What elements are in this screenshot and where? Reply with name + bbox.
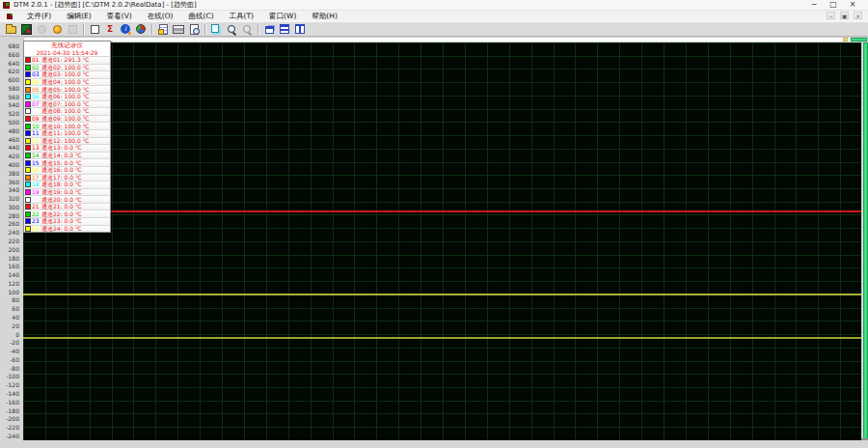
menu-item-file[interactable]: 文件(F): [19, 11, 59, 21]
y-tick-label: 460: [0, 137, 19, 143]
menu-item-help[interactable]: 帮助(H): [304, 11, 345, 21]
channel-number: 23: [32, 218, 41, 224]
menu-item-edit[interactable]: 编辑(E): [59, 11, 99, 21]
toolbar-button-zoom-out: [239, 22, 255, 36]
legend-row[interactable]: 19通道19: 0.0 ℃: [24, 188, 110, 196]
legend-row[interactable]: 13通道13: 0.0 ℃: [24, 144, 110, 152]
toolbar-button-print-preview[interactable]: [186, 22, 202, 36]
channel-number: 22: [32, 211, 41, 217]
y-tick-label: -20: [0, 340, 19, 346]
open-folder-icon: [6, 26, 16, 34]
channel-text: 通道13: 0.0 ℃: [41, 145, 82, 151]
legend-row[interactable]: 10通道10: 100.0 ℃: [24, 122, 110, 129]
toolbar-button-open-folder[interactable]: [3, 22, 18, 36]
y-tick-label: 60: [0, 306, 19, 312]
y-tick-label: 680: [0, 43, 19, 49]
toolbar-button-printer[interactable]: [171, 22, 186, 36]
channel-color-swatch: [25, 87, 31, 93]
legend-row[interactable]: 22通道22: 0.0 ℃: [24, 210, 110, 217]
y-tick-label: 580: [0, 86, 19, 92]
channel-color-swatch: [25, 160, 31, 166]
menu-item-window[interactable]: 窗口(W): [261, 11, 304, 21]
legend-row[interactable]: 11通道11: 100.0 ℃: [24, 129, 110, 137]
toolbar-button-circle-orange[interactable]: [49, 22, 65, 36]
legend-row[interactable]: 21通道21: 0.0 ℃: [24, 203, 110, 210]
y-tick-label: 100: [0, 290, 19, 295]
mdi-minimize-button[interactable]: −: [827, 12, 835, 19]
toolbar-button-window-tile-h[interactable]: [277, 22, 292, 36]
legend-row[interactable]: 20通道20: 0.0 ℃: [24, 195, 110, 203]
legend-row[interactable]: 03通道03: 100.0 ℃: [24, 70, 110, 78]
channel-text: 通道05: 100.0 ℃: [41, 87, 89, 93]
menu-item-view[interactable]: 查看(V): [99, 11, 140, 21]
toolbar-button-white-box[interactable]: [87, 22, 102, 36]
toolbar-separator: [258, 24, 258, 35]
channel-text: 通道08: 100.0 ℃: [41, 108, 89, 114]
toolbar-button-sigma[interactable]: Σ: [102, 22, 118, 36]
channel-number: 04: [32, 79, 41, 85]
time-scrollbar-thumb[interactable]: [851, 38, 867, 42]
channel-number: 21: [32, 204, 41, 210]
channel-color-swatch: [25, 153, 31, 158]
mdi-system-icon[interactable]: [7, 14, 13, 19]
mdi-restore-button[interactable]: ▣: [840, 12, 849, 19]
y-tick-label: -140: [0, 391, 19, 397]
maximize-button[interactable]: □: [824, 0, 843, 10]
legend-row[interactable]: 06通道06: 100.0 ℃: [24, 93, 110, 100]
legend-row[interactable]: 01通道01: 291.3 ℃: [24, 56, 110, 64]
channel-color-swatch: [25, 130, 31, 136]
legend-row[interactable]: 16通道16: 0.0 ℃: [24, 166, 110, 174]
legend-row[interactable]: 12通道12: 100.0 ℃: [24, 137, 110, 145]
close-button[interactable]: ×: [843, 0, 862, 10]
channel-text: 通道20: 0.0 ℃: [41, 197, 82, 203]
device-link-icon: [21, 24, 32, 35]
mdi-close-button[interactable]: ×: [854, 12, 862, 19]
legend-row[interactable]: 07通道07: 100.0 ℃: [24, 100, 110, 108]
toolbar-button-report[interactable]: [155, 22, 171, 36]
legend-row[interactable]: 24通道24: 0.0 ℃: [24, 225, 110, 233]
legend-row[interactable]: 23通道23: 0.0 ℃: [24, 217, 110, 225]
y-tick-label: 220: [0, 238, 19, 244]
printer-icon: [173, 25, 184, 34]
menu-item-tools[interactable]: 工具(T): [222, 11, 261, 21]
toolbar-button-pie-chart[interactable]: [133, 22, 149, 36]
plot-area[interactable]: [23, 42, 861, 440]
legend-panel: 无线记录仪 2021-04-30 15:54:29 01通道01: 291.3 …: [23, 41, 111, 233]
vertical-scrollbar-thumb[interactable]: [863, 42, 868, 440]
menu-item-curve[interactable]: 曲线(C): [181, 11, 222, 21]
channel-text: 通道22: 0.0 ℃: [41, 211, 82, 217]
legend-row[interactable]: 18通道18: 0.0 ℃: [24, 181, 110, 188]
toolbar-button-copy[interactable]: [208, 22, 224, 36]
y-tick-label: 340: [0, 187, 19, 193]
y-tick-label: -100: [0, 374, 19, 379]
toolbar-button-window-tile-v[interactable]: [292, 22, 308, 36]
legend-row[interactable]: 04通道04: 100.0 ℃: [24, 78, 110, 86]
channel-color-swatch: [25, 101, 31, 107]
legend-row[interactable]: 09通道09: 100.0 ℃: [24, 115, 110, 123]
channel-color-swatch: [25, 108, 31, 114]
toolbar-button-zoom-in[interactable]: [224, 22, 239, 36]
legend-row[interactable]: 02通道02: 100.0 ℃: [24, 64, 110, 71]
channel-text: 通道16: 0.0 ℃: [41, 167, 82, 173]
zoom-in-icon: [227, 24, 237, 35]
channel-number: 11: [32, 130, 41, 136]
legend-row[interactable]: 08通道08: 100.0 ℃: [24, 107, 110, 115]
minimize-button[interactable]: −: [804, 0, 824, 10]
channel-text: 通道21: 0.0 ℃: [41, 204, 82, 210]
channel-text: 通道10: 100.0 ℃: [41, 124, 89, 129]
legend-title: 无线记录仪: [24, 42, 110, 49]
toolbar-button-device-link[interactable]: [18, 22, 34, 36]
y-tick-label: 260: [0, 221, 19, 227]
legend-row[interactable]: 17通道17: 0.0 ℃: [24, 174, 110, 182]
channel-number: 12: [32, 138, 41, 144]
menu-item-online[interactable]: 在线(O): [140, 11, 181, 21]
y-tick-label: 360: [0, 180, 19, 185]
vertical-scrollbar[interactable]: [861, 42, 868, 440]
legend-row[interactable]: 15通道15: 0.0 ℃: [24, 158, 110, 166]
toolbar-button-window-cascade[interactable]: [261, 22, 277, 36]
menu-bar: 文件(F)编辑(E)查看(V)在线(O)曲线(C)工具(T)窗口(W)帮助(H)…: [0, 11, 868, 21]
toolbar-button-info[interactable]: i: [118, 22, 133, 36]
legend-row[interactable]: 05通道05: 100.0 ℃: [24, 85, 110, 93]
channel-number: 03: [32, 71, 41, 77]
legend-row[interactable]: 14通道14: 0.0 ℃: [24, 152, 110, 159]
